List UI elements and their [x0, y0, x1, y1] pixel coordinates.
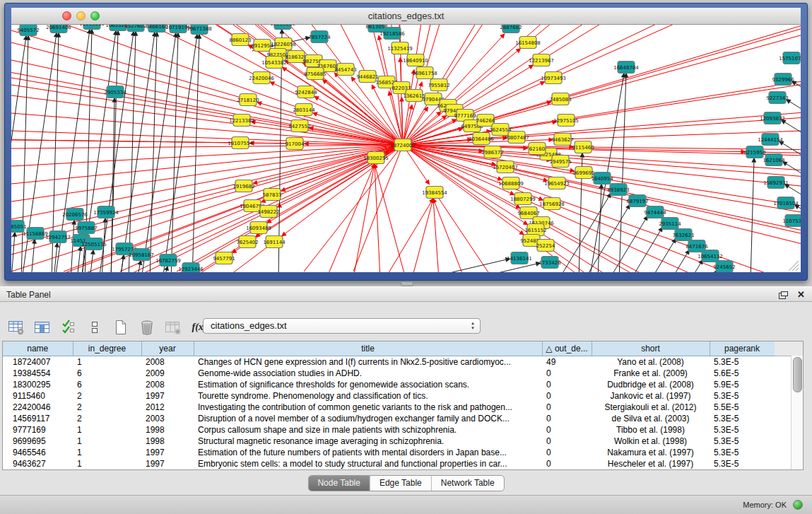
- table-cell-short[interactable]: Stergiakouli et al. (2012): [592, 402, 710, 413]
- graph-node[interactable]: 10807487: [504, 132, 529, 144]
- graph-node[interactable]: 11156869: [23, 228, 48, 240]
- table-cell-year[interactable]: 2003: [141, 413, 194, 424]
- table-cell-out_degree[interactable]: 0: [542, 368, 592, 379]
- table-cell-in_degree[interactable]: 1: [73, 458, 141, 469]
- table-cell-title[interactable]: Embryonic stem cells: a model to study s…: [194, 458, 542, 469]
- table-cell-out_degree[interactable]: 49: [542, 356, 592, 368]
- column-header-title[interactable]: title: [194, 341, 542, 356]
- graph-node[interactable]: 19671388: [187, 25, 212, 35]
- close-button[interactable]: [62, 11, 71, 21]
- graph-node[interactable]: 2905334: [104, 86, 126, 98]
- graph-node[interactable]: 9463627: [551, 134, 573, 146]
- graph-node[interactable]: 1498222: [257, 206, 279, 218]
- table-cell-year[interactable]: 1997: [141, 447, 194, 458]
- table-cell-in_degree[interactable]: 1: [73, 356, 141, 368]
- table-cell-name[interactable]: 18724007: [3, 356, 73, 368]
- graph-node[interactable]: 9405572: [17, 25, 39, 36]
- graph-canvas[interactable]: 1872400718300295193845548860123891295418…: [11, 25, 801, 272]
- graph-node[interactable]: 19933819: [79, 25, 105, 30]
- graph-node[interactable]: 8454743: [334, 64, 356, 76]
- graph-node[interactable]: 6466160: [146, 25, 167, 33]
- graph-node[interactable]: 19384554: [422, 187, 447, 199]
- graph-node[interactable]: 16033809: [270, 25, 295, 30]
- minimize-button[interactable]: [76, 11, 86, 21]
- graph-node[interactable]: 8215958: [743, 146, 765, 158]
- new-document-icon[interactable]: [112, 319, 130, 336]
- table-select-dropdown[interactable]: citations_edges.txt ▲▼: [203, 318, 481, 334]
- graph-node[interactable]: 9245652: [713, 261, 735, 273]
- graph-node[interactable]: 7485083: [549, 93, 571, 105]
- table-cell-short[interactable]: Hescheler et al. (1997): [592, 458, 710, 469]
- table-cell-short[interactable]: Yano et al. (2008): [592, 356, 710, 368]
- graph-node[interactable]: 15751074: [779, 52, 801, 64]
- graph-node[interactable]: 1621064: [763, 154, 785, 166]
- table-cell-out_degree[interactable]: 0: [542, 424, 592, 436]
- table-cell-pagerank[interactable]: 5.3E-5: [710, 424, 775, 436]
- table-cell-short[interactable]: Jankovic et al. (1997): [592, 390, 710, 402]
- table-cell-out_degree[interactable]: 0: [542, 458, 592, 469]
- table-row[interactable]: 946554611997Estimation of the future num…: [3, 447, 775, 458]
- table-cell-in_degree[interactable]: 2: [73, 390, 141, 402]
- table-cell-short[interactable]: Franke et al. (2009): [592, 368, 710, 379]
- table-row[interactable]: 1456911722003Disruption of a novel membe…: [3, 413, 775, 424]
- table-cell-title[interactable]: Disruption of a novel member of a sodium…: [194, 413, 542, 424]
- table-cell-title[interactable]: Estimation of the future numbers of pati…: [194, 447, 542, 458]
- table-cell-year[interactable]: 2008: [141, 379, 194, 390]
- graph-node[interactable]: 15720407: [493, 161, 518, 173]
- graph-node[interactable]: 16961758: [412, 67, 437, 79]
- select-rows-icon[interactable]: [59, 319, 78, 336]
- table-cell-in_degree[interactable]: 2: [73, 413, 141, 424]
- column-header-name[interactable]: name: [3, 341, 73, 356]
- table-cell-out_degree[interactable]: 0: [542, 402, 592, 413]
- graph-node[interactable]: 19654923: [544, 177, 570, 189]
- graph-node[interactable]: 9474444: [644, 206, 666, 218]
- table-cell-name[interactable]: 22420046: [3, 402, 73, 413]
- table-cell-name[interactable]: 9465546: [3, 447, 73, 458]
- graph-node[interactable]: 2803144: [293, 104, 315, 116]
- table-cell-pagerank[interactable]: 5.6E-5: [710, 368, 775, 379]
- graph-node[interactable]: 18756928: [539, 198, 565, 210]
- graph-node[interactable]: 12975105: [553, 115, 579, 127]
- table-cell-title[interactable]: Changes of HCN gene expression and I(f) …: [194, 356, 542, 368]
- graph-node[interactable]: 10973493: [541, 72, 566, 84]
- graph-node[interactable]: 8756685: [304, 68, 326, 80]
- table-cell-out_degree[interactable]: 0: [542, 447, 592, 458]
- table-cell-in_degree[interactable]: 1: [73, 436, 141, 447]
- table-row[interactable]: 946362711997Embryonic stem cells: a mode…: [3, 458, 775, 469]
- table-cell-year[interactable]: 2009: [141, 368, 194, 379]
- table-cell-year[interactable]: 1998: [141, 424, 194, 436]
- graph-node[interactable]: 2718120: [237, 94, 259, 106]
- graph-node[interactable]: 1691144: [263, 236, 286, 248]
- table-cell-name[interactable]: 9463627: [3, 458, 73, 469]
- graph-node[interactable]: 16782759: [155, 255, 181, 267]
- graph-node[interactable]: 1640954: [591, 173, 613, 185]
- graph-node[interactable]: 12444154: [758, 134, 783, 146]
- graph-node[interactable]: 9975887: [75, 222, 97, 234]
- graph-node[interactable]: 9115460: [572, 141, 594, 153]
- graph-node[interactable]: 18300295: [363, 152, 389, 164]
- tab-network-table[interactable]: Network Table: [431, 476, 504, 491]
- graph-node[interactable]: 8427552: [288, 120, 310, 132]
- graph-node[interactable]: 1527602: [124, 25, 146, 32]
- table-cell-in_degree[interactable]: 1: [73, 424, 141, 436]
- network-window[interactable]: citations_edges.txt 18724007183002951938…: [4, 3, 808, 281]
- graph-node[interactable]: 62160: [529, 143, 546, 155]
- rows-icon[interactable]: [86, 319, 104, 336]
- graph-node[interactable]: 917004: [286, 138, 305, 150]
- table-cell-in_degree[interactable]: 1: [73, 447, 141, 458]
- table-row[interactable]: 1938455462009Genome-wide association stu…: [3, 368, 775, 379]
- graph-node[interactable]: 7986372: [481, 146, 503, 158]
- table-cell-pagerank[interactable]: 5.3E-5: [710, 436, 775, 447]
- table-cell-name[interactable]: 9777169: [3, 424, 73, 436]
- table-cell-pagerank[interactable]: 5.3E-5: [710, 356, 775, 368]
- graph-node[interactable]: 12213967: [529, 54, 554, 66]
- graph-node[interactable]: 7632621: [672, 229, 694, 241]
- network-window-titlebar[interactable]: citations_edges.txt: [11, 8, 801, 25]
- table-cell-year[interactable]: 2012: [141, 402, 194, 413]
- graph-node[interactable]: 20206576: [62, 209, 88, 221]
- table-cell-name[interactable]: 19384554: [3, 368, 73, 379]
- table-cell-short[interactable]: Nakamura et al. (1997): [592, 447, 710, 458]
- graph-node[interactable]: 20364486: [469, 133, 494, 145]
- table-row[interactable]: 1872400712008Changes of HCN gene express…: [3, 356, 775, 368]
- table-cell-title[interactable]: Investigating the contribution of common…: [194, 402, 542, 413]
